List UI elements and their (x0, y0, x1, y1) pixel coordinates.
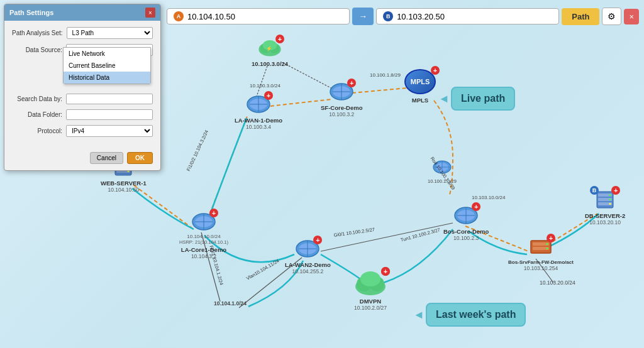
source-field[interactable]: A 10.104.10.50 (167, 8, 350, 24)
db-server-2-node: B + DB-SERVER-2 10.103.20.10 (585, 188, 625, 226)
dialog-title: Path Settings (9, 9, 53, 16)
wan-cloud-node: ⚡ + 10.100.3.0/24 (252, 36, 288, 67)
dropdown-live-network[interactable]: Live Network (64, 48, 150, 60)
top-navigation-bar: A 10.104.10.50 → B 10.103.20.50 Path ⚙ × (167, 5, 639, 28)
bos-srvfarm-label: Bos-SrvFarm-FW-Demo/act (508, 259, 574, 265)
bos-core-label: Bos-Core-Demo (443, 228, 489, 235)
sf-core-label: SF-Core-Demo (321, 104, 363, 111)
bos-core-subnet1: 10.103.10.0/24 (472, 195, 505, 200)
live-path-label: Live path (461, 93, 505, 104)
protocol-select[interactable]: IPv4 (66, 125, 153, 137)
dmvpn-node: + + DMVPN 10.100.2.0/27 (353, 269, 388, 311)
gi0-1-label: Gi0/1 10.100.2.5/27 (333, 227, 375, 238)
src-badge-a: A (174, 11, 184, 21)
la-core1-subnet: 10.104.10.0/24 (187, 234, 220, 239)
path-analysis-set-select[interactable]: L3 Path (67, 27, 153, 39)
la-wan1-label: LA-WAN-1-Demo (235, 117, 282, 124)
sf-core-ip: 10.100.3.2 (329, 111, 354, 117)
last-week-label: Last week's path (436, 309, 516, 320)
mpls-node: MPLS + MPLS (402, 68, 438, 104)
destination-field[interactable]: B 10.103.20.50 (376, 8, 559, 24)
la-wan2-label: LA-WAN2-Demo (285, 261, 331, 268)
live-path-callout: Live path ◄ (451, 87, 515, 111)
data-folder-input[interactable] (66, 109, 153, 120)
search-data-by-input[interactable] (66, 94, 153, 104)
ok-button[interactable]: OK (127, 152, 153, 164)
bos-srvfarm-ip: 10.103.10.254 (524, 265, 558, 271)
path-analysis-set-label: Path Analysis Set: (12, 30, 63, 36)
path-button[interactable]: Path (562, 8, 599, 25)
dialog-body: Path Analysis Set: L3 Path Data Source: … (4, 21, 160, 148)
sf-to-mpls-label: 10.100.1.8/29 (370, 72, 401, 78)
svg-point-63 (609, 198, 611, 200)
data-folder-row: Data Folder: (12, 109, 153, 120)
la-core1-hsrp: HSRP: 21(10.104.10.1) (179, 239, 228, 245)
subnet-103-20: 10.103.20.0/24 (540, 280, 575, 286)
la-wan1-node: + LA-WAN-1-Demo 10.100.3.4 (235, 93, 282, 130)
data-source-dropdown[interactable]: Live Network Current Baseline Historical… (63, 47, 151, 84)
db-server-2-label: DB-SERVER-2 (585, 212, 625, 219)
path-analysis-set-row: Path Analysis Set: L3 Path (12, 27, 153, 39)
dmvpn-label: DMVPN (360, 298, 381, 305)
subnet-104-1: 10.104.1.0/24 (214, 300, 247, 307)
la-core1-node: + 10.104.10.0/24 HSRP: 21(10.104.10.1) L… (179, 210, 228, 259)
db-server-2-ip: 10.103.20.10 (589, 219, 621, 226)
dmvpn-ip: 10.100.2.0/27 (354, 305, 387, 311)
bos-core-node: + Bos-Core-Demo 10.100.2.3 (443, 204, 489, 241)
svg-line-9 (321, 223, 453, 251)
svg-point-62 (609, 194, 611, 196)
bos-core-ip: 10.100.2.3 (453, 235, 479, 241)
svg-text:⚡: ⚡ (266, 45, 272, 52)
protocol-label: Protocol: (12, 128, 62, 134)
dst-ip: 10.103.20.50 (397, 12, 445, 21)
dst-badge-b: B (383, 11, 393, 21)
svg-point-56 (546, 243, 548, 245)
la-core1-label: LA-Core1-Demo (181, 246, 226, 253)
path-settings-dialog: Path Settings × Path Analysis Set: L3 Pa… (4, 4, 161, 171)
direction-arrow: → (352, 8, 374, 25)
web-server-1-ip: 10.104.10.50 (108, 187, 140, 193)
wan-cloud-label: 10.100.3.0/24 (252, 60, 288, 67)
web-server-1-label: WEB-SERVER-1 (101, 180, 147, 187)
data-folder-label: Data Folder: (12, 111, 62, 118)
svg-point-57 (546, 247, 548, 249)
subnet-100-3: 10.100.3.0/24 (250, 83, 280, 89)
search-data-by-label: Search Data by: (12, 95, 62, 102)
la-wan1-ip: 10.100.3.4 (246, 124, 271, 130)
data-source-label: Data Source: (12, 46, 62, 53)
last-week-callout: Last week's path ◄ (426, 303, 526, 327)
search-data-by-row: Search Data by: (12, 94, 153, 104)
la-wan2-node: + LA-WAN2-Demo 10.104.255.2 (285, 237, 331, 275)
dropdown-historical-data[interactable]: Historical Data (64, 72, 150, 84)
dropdown-current-baseline[interactable]: Current Baseline (64, 60, 150, 72)
mpls-label: MPLS (412, 97, 428, 104)
svg-point-64 (609, 203, 611, 205)
dialog-footer: Cancel OK (4, 148, 160, 170)
vlan-label: Vlan10.104.11/24 (245, 258, 280, 281)
topbar-close-button[interactable]: × (624, 9, 639, 24)
protocol-row: Protocol: IPv4 (12, 125, 153, 137)
src-ip: 10.104.10.50 (187, 12, 235, 21)
svg-point-52 (360, 271, 380, 286)
cancel-button[interactable]: Cancel (90, 152, 123, 164)
la-wan2-ip: 10.104.255.2 (292, 268, 324, 275)
dialog-close-button[interactable]: × (145, 8, 155, 18)
bos-srvfarm-node: + Bos-SrvFarm-FW-Demo/act 10.103.10.254 (508, 236, 574, 271)
fi1-02-label: Fi1/0/2 10.104.3.2/24 (186, 129, 209, 172)
sf-core-node: + SF-Core-Demo 10.100.3.2 (321, 80, 363, 117)
svg-line-2 (208, 116, 247, 220)
tun1-label: Tun1 10.100.2.3/27 (400, 227, 441, 242)
dialog-title-bar: Path Settings × (4, 4, 160, 21)
settings-gear-button[interactable]: ⚙ (602, 8, 621, 25)
